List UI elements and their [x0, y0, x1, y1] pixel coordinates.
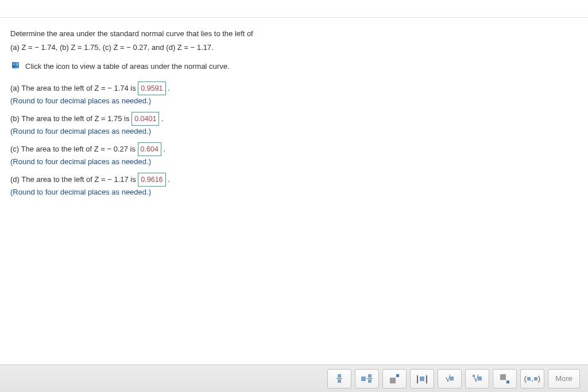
part-a-prefix: (a) The area to the left of Z = − 1.74 i…: [10, 84, 138, 92]
question-line-1: Determine the area under the standard no…: [10, 28, 578, 40]
part-d-line: (d) The area to the left of Z = − 1.17 i…: [10, 173, 578, 187]
view-table-row[interactable]: Click the icon to view a table of areas …: [10, 61, 578, 71]
part-b: (b) The area to the left of Z = 1.75 is …: [10, 112, 578, 135]
absolute-value-button[interactable]: ||: [410, 369, 434, 389]
part-a-line: (a) The area to the left of Z = − 1.74 i…: [10, 81, 578, 95]
subscript-icon: [500, 374, 509, 383]
sqrt-button[interactable]: √: [438, 369, 462, 389]
svg-rect-3: [17, 64, 18, 65]
fraction-button[interactable]: [327, 369, 351, 389]
part-d: (d) The area to the left of Z = − 1.17 i…: [10, 173, 578, 196]
part-d-hint: (Round to four decimal places as needed.…: [10, 188, 578, 196]
svg-rect-2: [17, 64, 18, 64]
svg-rect-0: [13, 64, 15, 64]
nth-root-button[interactable]: √: [465, 369, 489, 389]
question-line-2: (a) Z = − 1.74, (b) Z = 1.75, (c) Z = − …: [10, 42, 578, 53]
coordinate-button[interactable]: (,): [520, 369, 544, 389]
view-table-label: Click the icon to view a table of areas …: [25, 62, 230, 71]
part-c-hint: (Round to four decimal places as needed.…: [10, 157, 578, 166]
part-b-prefix: (b) The area to the left of Z = 1.75 is: [10, 114, 131, 123]
part-d-suffix: .: [168, 175, 170, 184]
fraction-icon: [336, 374, 342, 383]
subscript-button[interactable]: [493, 369, 517, 389]
question-content: Determine the area under the standard no…: [0, 18, 588, 196]
part-b-line: (b) The area to the left of Z = 1.75 is …: [10, 112, 578, 126]
part-d-prefix: (d) The area to the left of Z = − 1.17 i…: [10, 175, 138, 184]
part-c-line: (c) The area to the left of Z = − 0.27 i…: [10, 142, 578, 156]
more-button[interactable]: More: [548, 369, 580, 389]
part-b-hint: (Round to four decimal places as needed.…: [10, 127, 578, 135]
part-c-suffix: .: [164, 145, 166, 153]
part-b-suffix: .: [161, 114, 164, 123]
part-a-hint: (Round to four decimal places as needed.…: [10, 96, 578, 105]
svg-rect-1: [13, 64, 15, 65]
part-a-answer[interactable]: 0.9591: [138, 81, 165, 95]
part-c: (c) The area to the left of Z = − 0.27 i…: [10, 142, 578, 166]
part-a-suffix: .: [168, 84, 170, 92]
part-a: (a) The area to the left of Z = − 1.74 i…: [10, 81, 578, 105]
more-label: More: [555, 374, 572, 383]
part-b-answer[interactable]: 0.0401: [131, 112, 159, 126]
exponent-icon: [390, 374, 399, 383]
mixed-fraction-icon: [361, 374, 373, 383]
math-toolbar: || √ √ (,) More: [0, 364, 588, 392]
sqrt-icon: √: [446, 374, 454, 384]
coordinate-icon: (,): [524, 374, 540, 383]
absolute-value-icon: ||: [416, 374, 428, 383]
exponent-button[interactable]: [382, 369, 407, 389]
part-d-answer[interactable]: 0.9616: [138, 173, 165, 187]
part-c-answer[interactable]: 0.604: [138, 142, 161, 156]
part-c-prefix: (c) The area to the left of Z = − 0.27 i…: [10, 145, 138, 153]
nth-root-icon: √: [473, 374, 482, 384]
book-icon[interactable]: [10, 61, 21, 71]
mixed-fraction-button[interactable]: [355, 369, 379, 389]
